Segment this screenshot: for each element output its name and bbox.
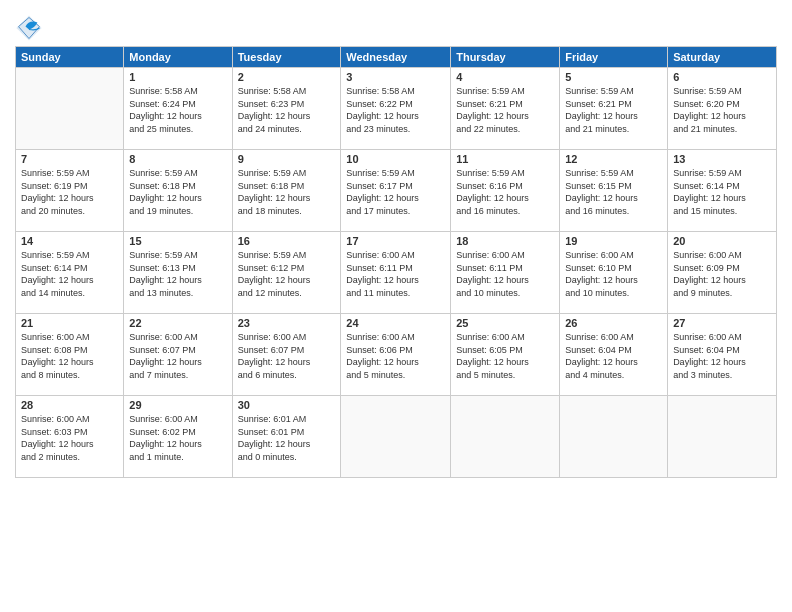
weekday-monday: Monday	[124, 47, 232, 68]
calendar-cell: 9Sunrise: 5:59 AM Sunset: 6:18 PM Daylig…	[232, 150, 341, 232]
cell-text: Sunrise: 6:00 AM Sunset: 6:03 PM Dayligh…	[21, 413, 118, 463]
day-number: 28	[21, 399, 118, 411]
cell-text: Sunrise: 6:00 AM Sunset: 6:07 PM Dayligh…	[129, 331, 226, 381]
cell-text: Sunrise: 5:59 AM Sunset: 6:20 PM Dayligh…	[673, 85, 771, 135]
day-number: 17	[346, 235, 445, 247]
day-number: 11	[456, 153, 554, 165]
cell-text: Sunrise: 6:00 AM Sunset: 6:05 PM Dayligh…	[456, 331, 554, 381]
cell-text: Sunrise: 5:58 AM Sunset: 6:22 PM Dayligh…	[346, 85, 445, 135]
calendar-cell: 29Sunrise: 6:00 AM Sunset: 6:02 PM Dayli…	[124, 396, 232, 478]
header	[15, 10, 777, 42]
day-number: 10	[346, 153, 445, 165]
day-number: 6	[673, 71, 771, 83]
weekday-thursday: Thursday	[451, 47, 560, 68]
calendar-cell: 6Sunrise: 5:59 AM Sunset: 6:20 PM Daylig…	[668, 68, 777, 150]
cell-text: Sunrise: 5:59 AM Sunset: 6:21 PM Dayligh…	[565, 85, 662, 135]
calendar-cell: 18Sunrise: 6:00 AM Sunset: 6:11 PM Dayli…	[451, 232, 560, 314]
calendar-cell	[16, 68, 124, 150]
calendar-cell: 25Sunrise: 6:00 AM Sunset: 6:05 PM Dayli…	[451, 314, 560, 396]
day-number: 29	[129, 399, 226, 411]
calendar-week-2: 14Sunrise: 5:59 AM Sunset: 6:14 PM Dayli…	[16, 232, 777, 314]
weekday-friday: Friday	[560, 47, 668, 68]
calendar-week-3: 21Sunrise: 6:00 AM Sunset: 6:08 PM Dayli…	[16, 314, 777, 396]
calendar-cell: 1Sunrise: 5:58 AM Sunset: 6:24 PM Daylig…	[124, 68, 232, 150]
cell-text: Sunrise: 6:00 AM Sunset: 6:04 PM Dayligh…	[673, 331, 771, 381]
calendar-cell: 15Sunrise: 5:59 AM Sunset: 6:13 PM Dayli…	[124, 232, 232, 314]
day-number: 19	[565, 235, 662, 247]
calendar-cell: 7Sunrise: 5:59 AM Sunset: 6:19 PM Daylig…	[16, 150, 124, 232]
cell-text: Sunrise: 5:59 AM Sunset: 6:12 PM Dayligh…	[238, 249, 336, 299]
calendar-cell: 17Sunrise: 6:00 AM Sunset: 6:11 PM Dayli…	[341, 232, 451, 314]
day-number: 24	[346, 317, 445, 329]
day-number: 22	[129, 317, 226, 329]
page: SundayMondayTuesdayWednesdayThursdayFrid…	[0, 0, 792, 612]
calendar-cell: 27Sunrise: 6:00 AM Sunset: 6:04 PM Dayli…	[668, 314, 777, 396]
day-number: 16	[238, 235, 336, 247]
calendar-cell: 19Sunrise: 6:00 AM Sunset: 6:10 PM Dayli…	[560, 232, 668, 314]
cell-text: Sunrise: 5:59 AM Sunset: 6:19 PM Dayligh…	[21, 167, 118, 217]
day-number: 30	[238, 399, 336, 411]
weekday-header-row: SundayMondayTuesdayWednesdayThursdayFrid…	[16, 47, 777, 68]
day-number: 15	[129, 235, 226, 247]
logo	[15, 14, 46, 42]
day-number: 2	[238, 71, 336, 83]
cell-text: Sunrise: 5:59 AM Sunset: 6:21 PM Dayligh…	[456, 85, 554, 135]
cell-text: Sunrise: 6:00 AM Sunset: 6:09 PM Dayligh…	[673, 249, 771, 299]
day-number: 4	[456, 71, 554, 83]
calendar-cell: 10Sunrise: 5:59 AM Sunset: 6:17 PM Dayli…	[341, 150, 451, 232]
cell-text: Sunrise: 5:59 AM Sunset: 6:13 PM Dayligh…	[129, 249, 226, 299]
calendar-cell: 4Sunrise: 5:59 AM Sunset: 6:21 PM Daylig…	[451, 68, 560, 150]
day-number: 1	[129, 71, 226, 83]
day-number: 13	[673, 153, 771, 165]
calendar-table: SundayMondayTuesdayWednesdayThursdayFrid…	[15, 46, 777, 478]
calendar-cell: 8Sunrise: 5:59 AM Sunset: 6:18 PM Daylig…	[124, 150, 232, 232]
day-number: 18	[456, 235, 554, 247]
day-number: 12	[565, 153, 662, 165]
day-number: 23	[238, 317, 336, 329]
cell-text: Sunrise: 6:00 AM Sunset: 6:11 PM Dayligh…	[346, 249, 445, 299]
weekday-sunday: Sunday	[16, 47, 124, 68]
day-number: 25	[456, 317, 554, 329]
calendar-cell: 22Sunrise: 6:00 AM Sunset: 6:07 PM Dayli…	[124, 314, 232, 396]
calendar-cell: 12Sunrise: 5:59 AM Sunset: 6:15 PM Dayli…	[560, 150, 668, 232]
day-number: 5	[565, 71, 662, 83]
calendar-cell: 14Sunrise: 5:59 AM Sunset: 6:14 PM Dayli…	[16, 232, 124, 314]
cell-text: Sunrise: 6:00 AM Sunset: 6:07 PM Dayligh…	[238, 331, 336, 381]
cell-text: Sunrise: 6:01 AM Sunset: 6:01 PM Dayligh…	[238, 413, 336, 463]
calendar-cell: 30Sunrise: 6:01 AM Sunset: 6:01 PM Dayli…	[232, 396, 341, 478]
day-number: 7	[21, 153, 118, 165]
day-number: 26	[565, 317, 662, 329]
cell-text: Sunrise: 5:58 AM Sunset: 6:24 PM Dayligh…	[129, 85, 226, 135]
calendar-week-1: 7Sunrise: 5:59 AM Sunset: 6:19 PM Daylig…	[16, 150, 777, 232]
calendar-cell: 11Sunrise: 5:59 AM Sunset: 6:16 PM Dayli…	[451, 150, 560, 232]
calendar-cell	[560, 396, 668, 478]
day-number: 3	[346, 71, 445, 83]
cell-text: Sunrise: 6:00 AM Sunset: 6:11 PM Dayligh…	[456, 249, 554, 299]
calendar-cell: 3Sunrise: 5:58 AM Sunset: 6:22 PM Daylig…	[341, 68, 451, 150]
calendar-cell	[668, 396, 777, 478]
cell-text: Sunrise: 6:00 AM Sunset: 6:10 PM Dayligh…	[565, 249, 662, 299]
calendar-cell	[341, 396, 451, 478]
weekday-saturday: Saturday	[668, 47, 777, 68]
cell-text: Sunrise: 5:59 AM Sunset: 6:18 PM Dayligh…	[129, 167, 226, 217]
weekday-wednesday: Wednesday	[341, 47, 451, 68]
calendar-cell: 24Sunrise: 6:00 AM Sunset: 6:06 PM Dayli…	[341, 314, 451, 396]
cell-text: Sunrise: 5:59 AM Sunset: 6:14 PM Dayligh…	[21, 249, 118, 299]
day-number: 8	[129, 153, 226, 165]
calendar-cell: 21Sunrise: 6:00 AM Sunset: 6:08 PM Dayli…	[16, 314, 124, 396]
cell-text: Sunrise: 6:00 AM Sunset: 6:06 PM Dayligh…	[346, 331, 445, 381]
calendar-cell: 16Sunrise: 5:59 AM Sunset: 6:12 PM Dayli…	[232, 232, 341, 314]
cell-text: Sunrise: 6:00 AM Sunset: 6:08 PM Dayligh…	[21, 331, 118, 381]
calendar-cell: 5Sunrise: 5:59 AM Sunset: 6:21 PM Daylig…	[560, 68, 668, 150]
calendar-cell: 13Sunrise: 5:59 AM Sunset: 6:14 PM Dayli…	[668, 150, 777, 232]
calendar-cell: 20Sunrise: 6:00 AM Sunset: 6:09 PM Dayli…	[668, 232, 777, 314]
cell-text: Sunrise: 5:58 AM Sunset: 6:23 PM Dayligh…	[238, 85, 336, 135]
day-number: 14	[21, 235, 118, 247]
calendar-week-4: 28Sunrise: 6:00 AM Sunset: 6:03 PM Dayli…	[16, 396, 777, 478]
calendar-cell	[451, 396, 560, 478]
day-number: 21	[21, 317, 118, 329]
calendar-cell: 23Sunrise: 6:00 AM Sunset: 6:07 PM Dayli…	[232, 314, 341, 396]
cell-text: Sunrise: 5:59 AM Sunset: 6:15 PM Dayligh…	[565, 167, 662, 217]
weekday-tuesday: Tuesday	[232, 47, 341, 68]
cell-text: Sunrise: 6:00 AM Sunset: 6:02 PM Dayligh…	[129, 413, 226, 463]
